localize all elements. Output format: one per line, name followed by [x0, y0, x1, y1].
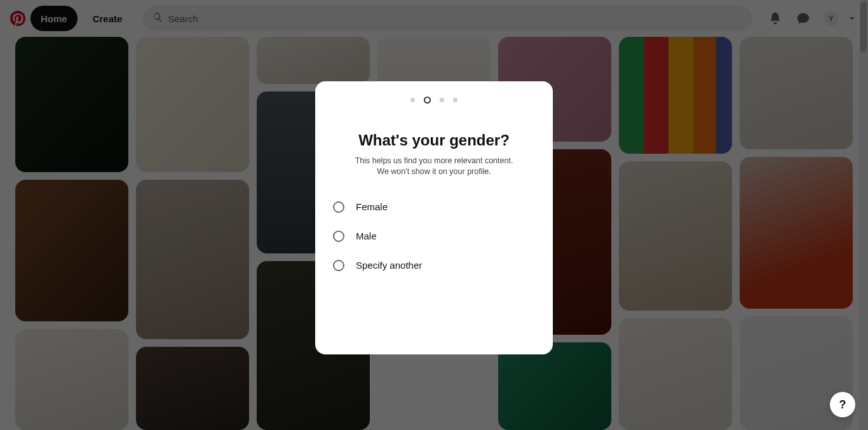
radio-icon: [333, 260, 344, 271]
option-label: Male: [356, 231, 377, 241]
radio-icon: [333, 201, 344, 213]
step-dot: [440, 98, 444, 102]
option-label: Specify another: [356, 260, 422, 271]
modal-title: What's your gender?: [358, 131, 510, 149]
gender-modal: What's your gender? This helps us find y…: [315, 81, 553, 354]
help-button[interactable]: ?: [830, 392, 855, 417]
question-mark-icon: ?: [839, 398, 846, 412]
gender-options: Female Male Specify another: [333, 196, 535, 276]
modal-overlay: What's your gender? This helps us find y…: [0, 0, 868, 430]
option-female[interactable]: Female: [333, 196, 535, 218]
step-dot: [453, 98, 458, 102]
option-male[interactable]: Male: [333, 225, 535, 247]
option-label: Female: [356, 201, 388, 212]
radio-icon: [333, 231, 344, 242]
step-indicator: [410, 98, 458, 105]
modal-subtitle: This helps us find you more relevant con…: [351, 156, 517, 177]
step-dot: [410, 98, 415, 102]
option-specify-another[interactable]: Specify another: [333, 255, 535, 276]
step-dot-active: [424, 97, 431, 104]
